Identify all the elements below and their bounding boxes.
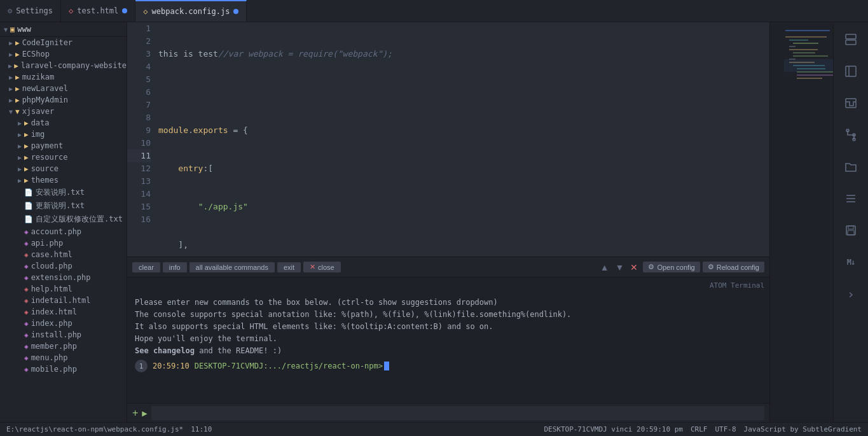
item-label: api.php — [31, 239, 64, 248]
status-left: E:\reactjs\react-on-npm\webpack.config.j… — [6, 425, 212, 433]
item-label: 更新说明.txt — [36, 200, 85, 211]
folder-arrow: ▶ — [15, 131, 24, 138]
code-lines[interactable]: this is test//var webpack = require("web… — [156, 22, 769, 257]
sidebar-item-newlaravel[interactable]: ▶ ▶ newLaravel — [0, 83, 127, 94]
sidebar-item-xjsaver[interactable]: ▼ ▼ xjsaver — [0, 106, 127, 117]
file-path: E:\reactjs\react-on-npm\webpack.config.j… — [6, 425, 183, 433]
sidebar-item-gengxin[interactable]: ▶ 📄 更新说明.txt — [0, 199, 127, 213]
terminal-toolbar: clear info all available commands exit ✕… — [127, 257, 769, 278]
terminal-welcome-3: It also supports special HTML elements l… — [135, 321, 762, 333]
sidebar-item-index-html[interactable]: ▶ ◈ index.html — [0, 306, 127, 318]
tab-webpack-label: webpack.config.js — [152, 7, 230, 16]
sidebar-item-case-html[interactable]: ▶ ◈ case.html — [0, 249, 127, 260]
exit-button[interactable]: exit — [277, 262, 301, 272]
terminal-add-button[interactable]: + — [132, 407, 138, 419]
save-icon[interactable] — [839, 218, 863, 243]
item-label: account.php — [31, 227, 81, 236]
sidebar-item-resource[interactable]: ▶ ▶ resource — [0, 151, 127, 163]
layout-icon[interactable] — [839, 27, 863, 52]
terminal-close-button[interactable]: ✕ — [628, 261, 640, 274]
sidebar-item-source[interactable]: ▶ ▶ source — [0, 163, 127, 174]
folder-icon: ▶ — [24, 142, 29, 150]
terminal-input[interactable] — [151, 406, 764, 420]
arrow-down-button[interactable]: ▼ — [613, 261, 627, 274]
folder-arrow: ▶ — [6, 74, 15, 81]
folder-icon: ▶ — [24, 119, 29, 127]
sidebar-item-extension-php[interactable]: ▶ ◈ extension.php — [0, 272, 127, 283]
item-label: 自定义版权修改位置.txt — [36, 214, 123, 225]
sidebar-item-menu-php[interactable]: ▶ ◈ menu.php — [0, 352, 127, 363]
open-config-button[interactable]: ⚙ Open config — [643, 262, 699, 272]
gear-icon: ⚙ — [648, 263, 654, 271]
terminal-body[interactable]: Please enter new commands to the box bel… — [127, 293, 769, 403]
sidebar-item-codeigniter[interactable]: ▶ ▶ CodeIgniter — [0, 37, 127, 48]
tab-settings[interactable]: ⚙ Settings — [0, 0, 61, 22]
sidebar-item-cloud-php[interactable]: ▶ ◈ cloud.php — [0, 260, 127, 272]
tab-test-html[interactable]: ◇ test.html — [61, 0, 135, 22]
sidebar-item-laravel[interactable]: ▶ ▶ laravel-company-website — [0, 60, 127, 71]
sidebar-item-muzikam[interactable]: ▶ ▶ muzikam — [0, 71, 127, 83]
sidebar-item-mobile-php[interactable]: ▶ ◈ mobile.php — [0, 363, 127, 375]
code-view[interactable]: 1 2 3 4 5 6 7 8 9 10 11 12 13 14 — [127, 22, 769, 257]
close-x-icon: ✕ — [310, 263, 315, 271]
sidebar-item-ecshop[interactable]: ▶ ▶ ECShop — [0, 48, 127, 60]
php-icon: ◈ — [24, 342, 29, 351]
sidebar-item-help-html[interactable]: ▶ ◈ help.html — [0, 283, 127, 295]
php-icon: ◈ — [24, 331, 29, 339]
tab-settings-label: Settings — [16, 6, 53, 15]
svg-rect-30 — [848, 230, 854, 235]
html-icon: ◈ — [24, 297, 29, 305]
folder-arrow: ▶ — [15, 143, 24, 150]
sidebar: ▼ ▣ www ▶ ▶ CodeIgniter ▶ ▶ ECShop ▶ ▶ l… — [0, 22, 127, 422]
sidebar-item-member-php[interactable]: ▶ ◈ member.php — [0, 341, 127, 352]
sidebar-item-anzhuang[interactable]: ▶ 📄 安装说明.txt — [0, 186, 127, 199]
reload-config-button[interactable]: ⚙ Reload config — [703, 262, 764, 272]
item-label: help.html — [31, 285, 72, 293]
sidebar-item-indetail-html[interactable]: ▶ ◈ indetail.html — [0, 295, 127, 306]
main-area: ▼ ▣ www ▶ ▶ CodeIgniter ▶ ▶ ECShop ▶ ▶ l… — [0, 22, 868, 422]
html-icon: ◈ — [24, 308, 29, 316]
svg-rect-15 — [797, 78, 822, 79]
map-icon[interactable] — [839, 91, 863, 115]
layers-icon[interactable] — [839, 186, 863, 211]
markdown-icon[interactable]: M↓ — [839, 250, 863, 274]
sidebar-item-img[interactable]: ▶ ▶ img — [0, 129, 127, 140]
folder-icon: ▶ — [15, 50, 20, 59]
folder-arrow: ▶ — [6, 62, 14, 69]
txt-icon: 📄 — [24, 215, 33, 223]
sidebar-item-api-php[interactable]: ▶ ◈ api.php — [0, 237, 127, 249]
all-commands-button[interactable]: all available commands — [189, 262, 275, 272]
folder-icon[interactable] — [839, 155, 863, 179]
sidebar-item-account-php[interactable]: ▶ ◈ account.php — [0, 226, 127, 237]
item-label: phpMyAdmin — [22, 95, 68, 104]
sidebar-item-themes[interactable]: ▶ ▶ themes — [0, 174, 127, 186]
info-button[interactable]: info — [163, 262, 187, 272]
item-label: img — [31, 130, 45, 139]
prompt-time: 20:59:10 — [153, 360, 189, 372]
close-button[interactable]: ✕ close — [303, 262, 341, 272]
sidebar-toggle-icon[interactable] — [839, 59, 863, 83]
txt-icon: 📄 — [24, 188, 33, 197]
code-line: this is test//var webpack = require("web… — [158, 48, 769, 60]
sidebar-root[interactable]: ▼ ▣ www — [0, 22, 127, 37]
prompt-path: DESKTOP-71CVMDJ:.../reactjs/react-on-npm… — [195, 360, 383, 372]
sidebar-item-data[interactable]: ▶ ▶ data — [0, 117, 127, 129]
terminal-title: ATOM Terminal — [710, 281, 764, 290]
tab-webpack-config[interactable]: ◇ webpack.config.js — [135, 0, 247, 22]
arrow-right-icon[interactable]: › — [839, 282, 863, 306]
arrow-up-button[interactable]: ▲ — [598, 261, 612, 274]
sidebar-item-phpmyadmin[interactable]: ▶ ▶ phpMyAdmin — [0, 94, 127, 106]
code-branches-icon[interactable] — [839, 123, 863, 147]
sidebar-item-payment[interactable]: ▶ ▶ payment — [0, 140, 127, 151]
prompt-num: 1 — [135, 360, 148, 372]
folder-icon: ▶ — [15, 39, 20, 47]
svg-rect-2 — [785, 36, 827, 38]
js-file-icon: ◇ — [143, 7, 148, 16]
sidebar-item-index-php[interactable]: ▶ ◈ index.php — [0, 318, 127, 329]
folder-icon: ▶ — [24, 153, 29, 162]
sidebar-item-install-php[interactable]: ▶ ◈ install.php — [0, 329, 127, 341]
sidebar-item-zidingyiban[interactable]: ▶ 📄 自定义版权修改位置.txt — [0, 213, 127, 226]
clear-button[interactable]: clear — [132, 262, 160, 272]
folder-icon: ▶ — [14, 62, 18, 70]
line-ending: CRLF — [691, 425, 708, 433]
